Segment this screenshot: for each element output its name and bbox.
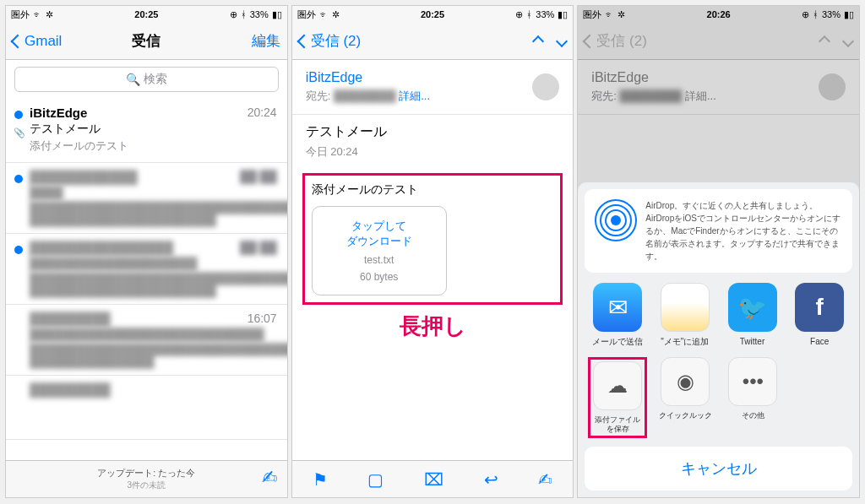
annotation-longpress: 長押し: [292, 312, 574, 341]
chevron-left-icon: [11, 34, 25, 48]
action-other[interactable]: •••その他: [723, 357, 782, 438]
airdrop-text: AirDrop。すぐに近くの人と共有しましょう。AirDropをiOSでコントロ…: [645, 199, 842, 263]
carrier: 圏外: [11, 8, 30, 21]
cloud-icon: ☁︎: [593, 361, 642, 410]
flag-button[interactable]: ⚑: [313, 469, 328, 490]
back-button[interactable]: 受信 (2): [299, 31, 362, 51]
preview: 添付メールのテスト: [30, 138, 277, 154]
status-bar: 圏外ᯤ✲ 20:25 ⊕ᚼ33%▮▯: [6, 6, 287, 23]
screen-share-sheet: 圏外ᯤ✲ 20:26 ⊕ᚼ33%▮▯ 受信 (2) iBitzEdge 宛先: …: [577, 5, 860, 498]
sender: iBitzEdge: [30, 106, 87, 120]
clock: 20:25: [134, 9, 158, 19]
back-button[interactable]: Gmail: [13, 33, 62, 50]
screen-message: 圏外ᯤ✲ 20:25 ⊕ᚼ33%▮▯ 受信 (2) iBitzEdge 宛先: …: [291, 5, 574, 498]
share-notes[interactable]: "メモ"に追加: [656, 283, 715, 347]
eye-icon: ◉: [661, 357, 710, 406]
loading-icon: ✲: [332, 9, 340, 20]
battery-pct: 33%: [250, 9, 269, 19]
airdrop-icon: [595, 199, 637, 241]
share-mail[interactable]: ✉︎メールで送信: [588, 283, 647, 347]
search-icon: 🔍: [126, 73, 140, 86]
status-bar: 圏外ᯤ✲ 20:25 ⊕ᚼ33%▮▯: [292, 6, 574, 23]
attachment-icon: 📎: [14, 127, 25, 138]
edit-button[interactable]: 編集: [252, 31, 280, 51]
row-time: 20:24: [248, 106, 277, 120]
update-status: アップデート: たった今: [97, 467, 195, 480]
notes-icon: [661, 283, 710, 332]
mail-row[interactable]: 📎 iBitzEdge20:24 テストメール 添付メールのテスト: [6, 99, 287, 163]
action-quicklook[interactable]: ◉クイックルック: [656, 357, 715, 438]
mail-icon: ✉︎: [593, 283, 642, 332]
screen-inbox: 圏外ᯤ✲ 20:25 ⊕ᚼ33%▮▯ Gmail 受信 編集 🔍検索 📎 iBi…: [5, 5, 288, 498]
unread-dot-icon: [14, 111, 23, 119]
action-save-attachment[interactable]: ☁︎添付ファイルを保存: [588, 357, 647, 438]
bluetooth-icon: ᚼ: [241, 9, 247, 19]
share-facebook[interactable]: fFace: [790, 283, 849, 347]
compose-button[interactable]: ✍︎: [262, 467, 277, 489]
attachment-card[interactable]: タップしてダウンロード test.txt 60 bytes: [312, 206, 447, 295]
rotation-lock-icon: ⊕: [230, 9, 237, 20]
unread-dot-icon: [14, 246, 23, 254]
footer: アップデート: たった今3件の未読 ✍︎: [6, 460, 287, 497]
row-time: 16:07: [248, 312, 277, 326]
loading-icon: ✲: [46, 9, 53, 20]
mail-row[interactable]: ██████████████████:██ ██████████████████…: [6, 234, 287, 305]
mail-row[interactable]: █████████16:07 █████████████████████████…: [6, 305, 287, 376]
mail-row[interactable]: █████████: [6, 376, 287, 440]
highlight-annotation: 添付メールのテスト タップしてダウンロード test.txt 60 bytes: [302, 173, 563, 305]
clock: 20:25: [421, 9, 444, 19]
nav-bar: 受信 (2): [292, 23, 574, 60]
share-apps-row: ✉︎メールで送信 "メモ"に追加 🐦Twitter fFace: [585, 283, 852, 347]
unread-count: 3件の未読: [97, 480, 195, 491]
reply-button[interactable]: ↩︎: [484, 469, 498, 490]
share-twitter[interactable]: 🐦Twitter: [723, 283, 782, 347]
chevron-left-icon: [296, 34, 311, 48]
archive-button[interactable]: ⌧: [424, 469, 443, 490]
search-input[interactable]: 🔍検索: [14, 67, 279, 92]
battery-icon: ▮▯: [272, 9, 282, 20]
twitter-icon: 🐦: [728, 283, 777, 332]
cancel-button[interactable]: キャンセル: [585, 447, 852, 490]
details-link[interactable]: 詳細...: [399, 89, 430, 102]
wifi-icon: ᯤ: [33, 9, 42, 19]
compose-button[interactable]: ✍︎: [538, 469, 552, 490]
facebook-icon: f: [795, 283, 844, 332]
svg-point-0: [611, 215, 621, 225]
from[interactable]: iBitzEdge: [306, 70, 560, 85]
more-icon: •••: [728, 357, 777, 406]
next-msg-button[interactable]: [556, 35, 568, 46]
subject: テストメール: [30, 122, 277, 137]
unread-dot-icon: [14, 175, 23, 183]
share-sheet: AirDrop。すぐに近くの人と共有しましょう。AirDropをiOSでコントロ…: [578, 182, 859, 497]
mail-row[interactable]: ██████████████:██ ████ █████████████████…: [6, 163, 287, 234]
action-row: ☁︎添付ファイルを保存 ◉クイックルック •••その他: [585, 357, 852, 438]
prev-msg-button[interactable]: [532, 35, 544, 46]
nav-bar: Gmail 受信 編集: [6, 23, 287, 60]
message-body: 添付メールのテスト: [312, 182, 554, 198]
wifi-icon: ᯤ: [319, 9, 329, 19]
message-subject: テストメール: [292, 115, 574, 144]
folder-button[interactable]: ▢: [367, 469, 384, 490]
message-date: 今日 20:24: [292, 144, 574, 168]
message-header: iBitzEdge 宛先: ████████ 詳細...: [292, 60, 574, 115]
airdrop-row[interactable]: AirDrop。すぐに近くの人と共有しましょう。AirDropをiOSでコントロ…: [585, 189, 852, 273]
toolbar: ⚑ ▢ ⌧ ↩︎ ✍︎: [292, 460, 574, 497]
attachment-size: 60 bytes: [319, 271, 439, 283]
attachment-filename: test.txt: [319, 254, 439, 266]
nav-title: 受信: [132, 31, 160, 51]
mail-list: 📎 iBitzEdge20:24 テストメール 添付メールのテスト ██████…: [6, 99, 287, 440]
